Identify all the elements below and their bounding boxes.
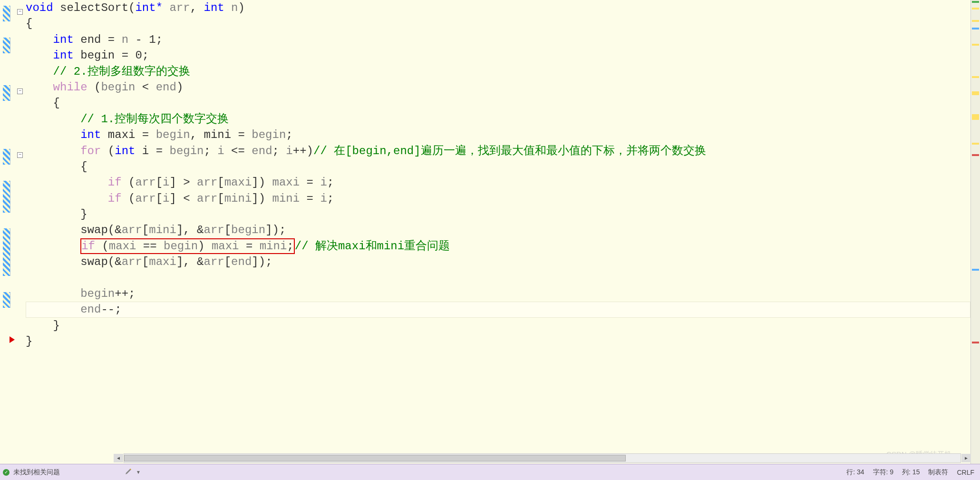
scroll-left-button[interactable]: ◀ bbox=[114, 454, 123, 462]
fold-toggle[interactable]: − bbox=[17, 88, 23, 94]
code-line[interactable]: while (begin < end) bbox=[26, 79, 970, 95]
editor-window: { "code": { "l1": { "kw_void":"void", "f… bbox=[0, 0, 980, 480]
code-line[interactable]: if (arr[i] > arr[maxi]) maxi = i; bbox=[26, 175, 970, 190]
code-line[interactable]: { bbox=[26, 16, 970, 31]
gutter[interactable]: − − − bbox=[0, 0, 24, 464]
fold-toggle[interactable]: − bbox=[17, 9, 23, 15]
code-line[interactable] bbox=[26, 270, 970, 286]
statusbar: ✓ 未找到相关问题 ▼ 行: 34 字符: 9 列: 15 制表符 CRLF bbox=[0, 464, 980, 480]
ruler-mark[interactable] bbox=[972, 1, 979, 3]
code-line[interactable]: for (int i = begin; i <= end; i++)// 在[b… bbox=[26, 143, 970, 159]
change-marker bbox=[3, 228, 10, 276]
cursor-col[interactable]: 列: 15 bbox=[902, 468, 920, 477]
ruler-mark[interactable] bbox=[972, 8, 979, 10]
execution-pointer-icon bbox=[10, 336, 15, 343]
code-line[interactable]: swap(&arr[maxi], &arr[end]); bbox=[26, 254, 970, 270]
keyword: void bbox=[26, 1, 53, 14]
code-line[interactable]: int begin = 0; bbox=[26, 48, 970, 63]
status-issues[interactable]: 未找到相关问题 bbox=[13, 468, 60, 477]
horizontal-scrollbar[interactable]: ◀ ▶ bbox=[124, 453, 961, 463]
change-marker bbox=[3, 38, 10, 53]
ruler-mark[interactable] bbox=[972, 91, 979, 95]
change-marker bbox=[3, 6, 10, 21]
ruler-mark[interactable] bbox=[972, 28, 979, 29]
code-line[interactable]: } bbox=[26, 333, 970, 349]
ruler-mark[interactable] bbox=[972, 76, 979, 78]
function-name: selectSort bbox=[60, 1, 128, 14]
code-line[interactable]: } bbox=[26, 206, 970, 222]
code-line[interactable]: int maxi = begin, mini = begin; bbox=[26, 127, 970, 143]
eol-mode[interactable]: CRLF bbox=[957, 469, 974, 476]
code-line[interactable]: } bbox=[26, 318, 970, 333]
change-marker bbox=[3, 85, 10, 101]
ruler-mark[interactable] bbox=[972, 143, 979, 145]
ruler-mark[interactable] bbox=[972, 342, 979, 343]
brush-icon[interactable] bbox=[125, 468, 132, 477]
code-line[interactable]: int end = n - 1; bbox=[26, 32, 970, 48]
cursor-row[interactable]: 行: 34 bbox=[846, 468, 864, 477]
scrollbar-thumb[interactable] bbox=[124, 455, 626, 461]
ruler-mark[interactable] bbox=[972, 20, 979, 22]
ruler-mark[interactable] bbox=[972, 44, 979, 46]
code-line[interactable]: { bbox=[26, 159, 970, 175]
scroll-right-button[interactable]: ▶ bbox=[961, 454, 971, 462]
ruler-mark[interactable] bbox=[972, 269, 979, 271]
code-content[interactable]: void selectSort(int* arr, int n) { int e… bbox=[24, 0, 970, 464]
fold-toggle[interactable]: − bbox=[17, 152, 23, 158]
code-line[interactable]: swap(&arr[mini], &arr[begin]); bbox=[26, 222, 970, 238]
code-line[interactable]: if (maxi == begin) maxi = mini;// 解决maxi… bbox=[26, 238, 970, 254]
tab-mode[interactable]: 制表符 bbox=[928, 468, 948, 477]
status-ok-icon: ✓ bbox=[3, 469, 10, 476]
code-line[interactable]: { bbox=[26, 95, 970, 111]
code-line[interactable]: if (arr[i] < arr[mini]) mini = i; bbox=[26, 191, 970, 206]
cursor-char[interactable]: 字符: 9 bbox=[873, 468, 894, 477]
code-line[interactable]: begin++; bbox=[26, 286, 970, 302]
overview-ruler[interactable] bbox=[970, 0, 980, 464]
code-line[interactable]: // 1.控制每次四个数字交换 bbox=[26, 111, 970, 127]
change-marker bbox=[3, 149, 10, 165]
code-line-current[interactable]: end--; bbox=[26, 302, 970, 317]
dropdown-icon[interactable]: ▼ bbox=[136, 470, 141, 475]
code-line[interactable]: void selectSort(int* arr, int n) bbox=[26, 0, 970, 16]
highlight-box: if (maxi == begin) maxi = mini; bbox=[80, 238, 295, 254]
ruler-mark[interactable] bbox=[972, 114, 979, 120]
ruler-mark[interactable] bbox=[972, 154, 979, 156]
editor-area[interactable]: − − − void selectSort(int* arr, int n) {… bbox=[0, 0, 970, 464]
code-line[interactable]: // 2.控制多组数字的交换 bbox=[26, 64, 970, 79]
change-marker bbox=[3, 292, 10, 308]
change-marker bbox=[3, 181, 10, 213]
